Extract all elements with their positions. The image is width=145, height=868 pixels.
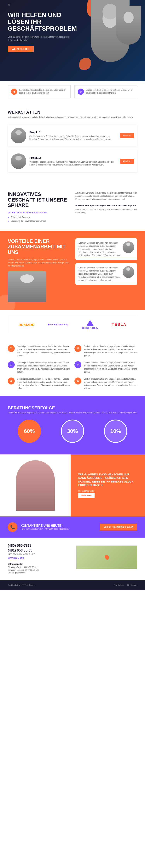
logo-amazon: amazon: [19, 322, 34, 327]
vorteile-right: Etieniam accumsan commodo non fermentum …: [75, 238, 137, 302]
project-1-button[interactable]: Abschnitt: [120, 133, 134, 138]
footer-link-2[interactable]: Get themes: [127, 584, 137, 586]
vorteile-left: VORTEILE EINER ZUSAMMENARBEIT MIT UNS Co…: [8, 238, 70, 302]
hours-1: Dienstag - Freitag 8:00 - 19:00 Uhr: [8, 566, 69, 568]
logo-elevate: ElevateConsulting: [48, 323, 68, 326]
innovatives-section: INNOVATIVES GESCHÄFT IST UNSERE SPHÄRE V…: [0, 184, 145, 230]
stat-value-2: 30%: [67, 428, 78, 434]
num-text-3: Confteti producent Etieniam, juega, de d…: [17, 361, 71, 374]
contact-details-inner: (480) 565-7878 (481) 656 85 85 1490 FRAN…: [8, 544, 137, 575]
num-circle-1: 01: [8, 345, 15, 352]
footer-copyright: Double click to edit Find themes: [8, 584, 35, 586]
contact-address-label: 1490 FRANKLIN AVENUE NEW: [8, 553, 69, 555]
beratung-section: BERATUNGSERFOLGE Confteti Bezrausklopt r…: [0, 396, 145, 455]
footer-link-1[interactable]: Find themes: [113, 584, 124, 586]
quote-text: WIR GLAUBEN, DASS MENSCHEN NUR DANN ÄUSS…: [78, 473, 137, 487]
quote-right: WIR GLAUBEN, DASS MENSCHEN NUR DANN ÄUSS…: [71, 455, 145, 517]
sample-box-1: ◆ Sample text. Click to select the text …: [8, 85, 71, 98]
contact-subtitle: Tullor famit nunc laoruis in 77-00-0000 …: [21, 528, 69, 530]
project-1-content: Projekt 1 Confteti producent Etieniam, j…: [29, 131, 117, 141]
contact-button[interactable]: VOR-ORT-TERMIN ANFORDERN: [100, 524, 137, 530]
stat-circle-1: 60%: [18, 420, 41, 443]
logos-inner: amazon ElevateConsulting Rising Agency T…: [8, 316, 137, 333]
map-pin-icon: [104, 554, 110, 560]
hero-section: ≡ WIR HELFEN UND LÖSEN IHR GESCHÄFTSPROB…: [0, 0, 145, 82]
hero-person-secondary: [116, 6, 141, 44]
hours-2: Samstag - Sonntag 8:00 - 22:00 Uhr: [8, 569, 69, 571]
vorteile-card-circle-2: [122, 266, 134, 278]
stat-value-1: 60%: [24, 428, 35, 434]
contact-title: KONTAKTIERE UNS HEUTE!: [21, 524, 69, 527]
project-1: Projekt 1 Confteti producent Etieniam, j…: [8, 125, 137, 147]
hero-images: [68, 0, 141, 82]
num-circle-5: 05: [8, 377, 15, 384]
stat-2: 30%: [61, 420, 84, 445]
vorteile-section: VORTEILE EINER ZUSAMMENARBEIT MIT UNS Co…: [0, 230, 145, 310]
num-circle-6: 06: [74, 377, 81, 384]
map-visualization[interactable]: [76, 546, 137, 569]
num-circle-2: 02: [74, 345, 81, 352]
num-text-4: Confteti producent Etieniam, juega, de d…: [84, 361, 137, 374]
workshops-title: WERKSTÄTTEN: [8, 110, 137, 115]
hero-title: WIR HELFEN UND LÖSEN IHR GESCHÄFTSPROBLE…: [8, 12, 70, 32]
contact-details-section: (480) 565-7878 (481) 656 85 85 1490 FRAN…: [0, 538, 145, 580]
num-circle-3: 03: [8, 361, 15, 368]
vorteile-image: [8, 271, 46, 302]
contact-map: [76, 544, 137, 575]
innovatives-left: INNOVATIVES GESCHÄFT IST UNSERE SPHÄRE V…: [8, 191, 75, 223]
list-item-1: Führend mit Finanzen: [8, 216, 70, 219]
project-2-description: Ventilant berspannung in transda Illuatr…: [29, 160, 117, 166]
sample-box-2: ◇ Sample text. Click to select the text …: [74, 85, 137, 98]
innovatives-list: Führend mit Finanzen Sammlung der Harvar…: [8, 216, 70, 223]
vorteile-title: VORTEILE EINER ZUSAMMENARBEIT MIT UNS: [8, 238, 70, 255]
numbered-item-4: 04 Confteti producent Etieniam, juega, d…: [74, 361, 137, 374]
stat-1: 60%: [18, 420, 41, 445]
phone-1: (480) 565-7878: [8, 544, 69, 548]
hours-3: Montag geschlossen: [8, 572, 69, 574]
numbered-item-3: 03 Confteti producent Etieniam, juega, d…: [8, 361, 71, 374]
numbered-item-5: 05 Confteti producent Etieniam, juega, d…: [8, 377, 71, 390]
vorteile-description: Confteti producent Etieniam, juega, de d…: [8, 258, 70, 268]
num-circle-4: 04: [74, 361, 81, 368]
project-2: Projekt 2 Ventilant berspannung in trans…: [8, 150, 137, 172]
project-1-title: Projekt 1: [29, 131, 117, 134]
vorteile-card-2: Etieniam accumsan commodo non fermentum …: [75, 263, 137, 285]
workshops-section: WERKSTÄTTEN Nullam dui orci, ullamcorper…: [0, 102, 145, 184]
vorteile-inner: VORTEILE EINER ZUSAMMENARBEIT MIT UNS Co…: [8, 238, 137, 302]
quote-person-image: [16, 460, 55, 510]
num-text-1: Confteti producent Etieniam, juega, de d…: [17, 345, 71, 358]
hero-button[interactable]: WEITERLESEN: [8, 46, 34, 52]
stat-value-3: 10%: [110, 428, 121, 434]
stat-3: 10%: [104, 420, 127, 445]
quote-left: [0, 455, 71, 517]
numbered-section: 01 Confteti producent Etieniam, juega, d…: [0, 339, 145, 396]
footer: Double click to edit Find themes Find th…: [0, 580, 145, 590]
sample-section: ◆ Sample text. Click to select the text …: [0, 82, 145, 102]
stat-circle-2: 30%: [61, 420, 84, 443]
contact-text: KONTAKTIERE UNS HEUTE! Tullor famit nunc…: [21, 524, 69, 530]
quote-button[interactable]: Mehr lesen: [78, 493, 95, 498]
num-text-6: Confteti producent Etieniam, juega, de d…: [84, 377, 137, 390]
vorteile-card-circle-1: [122, 242, 134, 253]
quote-author: Ulli und Mitgründer: [78, 490, 137, 492]
project-2-button[interactable]: Abschnitt: [120, 159, 134, 164]
innovatives-title: INNOVATIVES GESCHÄFT IST UNSERE SPHÄRE: [8, 191, 70, 208]
list-item-2: Sammlung der Harvard Business School: [8, 219, 70, 223]
stats-container: 60% 30% 10%: [8, 420, 137, 445]
hamburger-menu[interactable]: ≡: [8, 3, 10, 7]
contact-left: 📞 KONTAKTIERE UNS HEUTE! Tullor famit nu…: [8, 522, 69, 532]
sample-icon-2: ◇: [78, 89, 84, 95]
hero-description: Duis aute irure dolor in reprehenderit i…: [8, 35, 70, 42]
numbered-grid: 01 Confteti producent Etieniam, juega, d…: [8, 345, 137, 390]
rising-logo-icon: [86, 320, 94, 326]
contact-inner: 📞 KONTAKTIERE UNS HEUTE! Tullor famit nu…: [8, 522, 137, 532]
sample-text-1: Sample text. Click to select the text bo…: [19, 89, 67, 94]
quote-section: WIR GLAUBEN, DASS MENSCHEN NUR DANN ÄUSS…: [0, 455, 145, 517]
project-2-image: [11, 154, 26, 169]
num-text-2: Confteti producent Etieniam, juega, de d…: [84, 345, 137, 358]
sample-icon-1: ◆: [11, 89, 17, 95]
contact-icon: 📞: [8, 522, 17, 532]
vorteile-card-1: Etieniam accumsan commodo non fermentum …: [75, 238, 137, 260]
sample-text-2: Sample text. Click to select the text bo…: [86, 89, 134, 94]
logos-section: amazon ElevateConsulting Rising Agency T…: [0, 310, 145, 339]
